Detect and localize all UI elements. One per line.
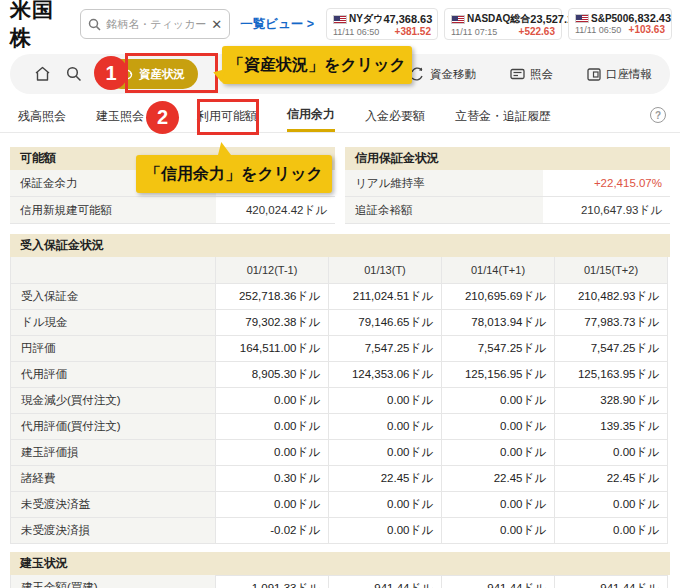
cell-value: 0.30ドル: [216, 465, 329, 491]
row-label: 代用評価: [11, 361, 216, 387]
nav-item-account-info[interactable]: 口座情報: [587, 67, 652, 82]
deposit-status-section: 受入保証金状況 01/12(T-1)01/13(T)01/14(T+1)01/1…: [10, 234, 670, 544]
table-row: 受入保証金252,718.36ドル211,024.51ドル210,695.69ド…: [11, 283, 668, 309]
index-card-nasdaq[interactable]: NASDAQ総合23,527.17 11/11 07:15+522.63: [444, 8, 562, 40]
cell-value: 0.00ドル: [216, 491, 329, 517]
cell-value: 0.00ドル: [555, 517, 668, 543]
cell-value: 210,695.69ドル: [442, 283, 555, 309]
row-label: 建玉評価損: [11, 439, 216, 465]
cell-value: 0.00ドル: [329, 517, 442, 543]
search-input[interactable]: 銘柄名・ティッカー ✕: [80, 9, 230, 39]
step2-highlight-box: [197, 99, 259, 135]
index-card-nydow[interactable]: NYダウ47,368.63 11/11 06:50+381.52: [326, 8, 438, 40]
cell-value: 7,547.25ドル: [555, 335, 668, 361]
home-icon[interactable]: [28, 54, 56, 94]
nav-item-inquiry[interactable]: 照会: [510, 67, 553, 82]
cell-value: 164,511.00ドル: [216, 335, 329, 361]
column-header: 01/14(T+1): [442, 257, 555, 283]
deposit-status-table: 01/12(T-1)01/13(T)01/14(T+1)01/15(T+2)受入…: [10, 257, 668, 544]
nav-item-label: 照会: [530, 67, 553, 82]
step2-callout: 「信用余力」をクリック: [136, 155, 332, 193]
table-row: ドル現金79,302.38ドル79,146.65ドル78,013.94ドル77,…: [11, 309, 668, 335]
page-header: 米国株 銘柄名・ティッカー ✕ 一覧ビュー > NYダウ47,368.63 11…: [0, 0, 680, 48]
tab-zandaka[interactable]: 残高照会: [18, 100, 66, 132]
cell-value: +22,415.07%: [543, 170, 670, 196]
column-header: 01/13(T): [329, 257, 442, 283]
cell-value: 139.35ドル: [555, 413, 668, 439]
cell-value: 125,163.95ドル: [555, 361, 668, 387]
cell-value: 79,302.38ドル: [216, 309, 329, 335]
cell-value: 0.00ドル: [555, 439, 668, 465]
tab-tatekae[interactable]: 立替金・追証履歴: [455, 100, 551, 132]
cell-value: 22.45ドル: [329, 465, 442, 491]
list-view-link[interactable]: 一覧ビュー >: [240, 16, 314, 33]
cell-value: 252,718.36ドル: [216, 283, 329, 309]
search-placeholder: 銘柄名・ティッカー: [106, 17, 206, 32]
inquiry-icon: [510, 68, 525, 81]
index-change: +381.52: [395, 26, 431, 37]
row-label: 建玉金額(買建): [11, 575, 216, 588]
index-time: 11/11 06:50: [575, 25, 621, 35]
margin-status-panel: 信用保証金状況 リアル維持率 +22,415.07% 追証余裕額 210,647…: [345, 147, 670, 224]
index-change: +103.63: [629, 24, 665, 35]
cell-value: 124,353.06ドル: [329, 361, 442, 387]
step1-highlight-box: [125, 53, 218, 93]
section-title: 信用保証金状況: [345, 147, 670, 170]
cell-value: 328.90ドル: [555, 387, 668, 413]
cell-value: 0.00ドル: [216, 439, 329, 465]
search-icon: [88, 18, 101, 31]
tab-tategyoku[interactable]: 建玉照会: [96, 100, 144, 132]
index-value: 47,368.63: [383, 13, 432, 25]
cell-value: 420,024.42ドル: [216, 197, 335, 223]
step2-badge: 2: [146, 101, 179, 134]
step1-callout: 「資産状況」をクリック: [222, 46, 412, 84]
cell-value: 211,024.51ドル: [329, 283, 442, 309]
table-row: 円評価164,511.00ドル7,547.25ドル7,547.25ドル7,547…: [11, 335, 668, 361]
cell-value: 941.44ドル: [555, 575, 668, 588]
tab-shinyoyoryoku[interactable]: 信用余力: [287, 100, 335, 132]
clear-search-icon[interactable]: ✕: [211, 17, 222, 32]
table-row: 代用評価(買付注文)0.00ドル0.00ドル0.00ドル139.35ドル: [11, 413, 668, 439]
row-label: リアル維持率: [345, 170, 543, 196]
row-label: 代用評価(買付注文): [11, 413, 216, 439]
table-row: 建玉評価損0.00ドル0.00ドル0.00ドル0.00ドル: [11, 439, 668, 465]
cell-value: 7,547.25ドル: [329, 335, 442, 361]
cell-value: 0.00ドル: [329, 439, 442, 465]
page-title: 米国株: [10, 0, 70, 52]
row-label: 未受渡決済益: [11, 491, 216, 517]
positions-table: 建玉金額(買建)1,091.33ドル941.44ドル941.44ドル941.44…: [10, 575, 668, 588]
cell-value: 125,156.95ドル: [442, 361, 555, 387]
table-row: 未受渡決済損-0.02ドル0.00ドル0.00ドル0.00ドル: [11, 517, 668, 543]
cell-value: 0.00ドル: [329, 413, 442, 439]
row-label: 諸経費: [11, 465, 216, 491]
table-row: 信用新規建可能額 420,024.42ドル: [10, 197, 335, 224]
help-icon[interactable]: ?: [650, 107, 666, 123]
table-row: 代用評価8,905.30ドル124,353.06ドル125,156.95ドル12…: [11, 361, 668, 387]
cell-value: 22.45ドル: [442, 465, 555, 491]
account-info-icon: [587, 68, 601, 81]
nav-item-transfer[interactable]: 資金移動: [409, 67, 476, 82]
cell-value: 0.00ドル: [442, 413, 555, 439]
cell-value: -0.02ドル: [216, 517, 329, 543]
table-row: リアル維持率 +22,415.07%: [345, 170, 670, 197]
index-value: 6,832.43: [628, 12, 671, 24]
step1-badge: 1: [94, 56, 128, 90]
cell-value: 0.00ドル: [329, 491, 442, 517]
us-stock-margin-page: 米国株 銘柄名・ティッカー ✕ 一覧ビュー > NYダウ47,368.63 11…: [0, 0, 680, 588]
cell-value: 0.00ドル: [442, 387, 555, 413]
search-nav-icon[interactable]: [60, 54, 88, 94]
cell-value: 0.00ドル: [329, 387, 442, 413]
table-row: 現金減少(買付注文)0.00ドル0.00ドル0.00ドル328.90ドル: [11, 387, 668, 413]
us-flag-icon: [451, 15, 465, 24]
tab-nyukin[interactable]: 入金必要額: [365, 100, 425, 132]
cell-value: 0.00ドル: [216, 387, 329, 413]
cell-value: 79,146.65ドル: [329, 309, 442, 335]
section-title: 受入保証金状況: [10, 234, 670, 257]
column-header: 01/15(T+2): [555, 257, 668, 283]
index-card-sp500[interactable]: S&P5006,832.43 11/11 06:50+103.63: [568, 8, 672, 40]
cell-value: 22.45ドル: [555, 465, 668, 491]
cell-value: 0.00ドル: [216, 413, 329, 439]
section-title: 建玉状況: [10, 552, 670, 575]
table-row: 追証余裕額 210,647.93ドル: [345, 197, 670, 224]
cell-value: 78,013.94ドル: [442, 309, 555, 335]
